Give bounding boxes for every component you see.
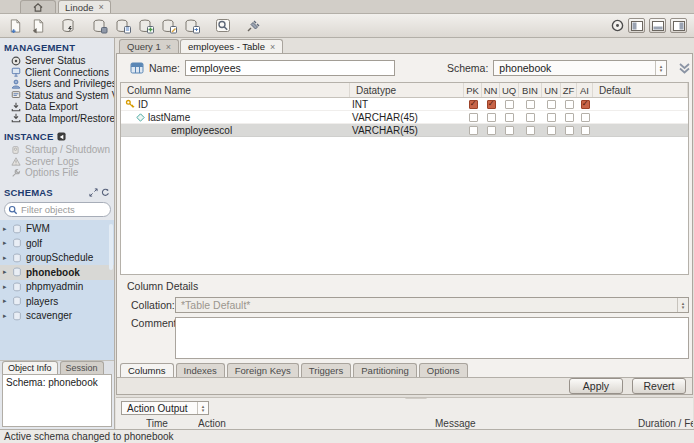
- column-row-employeescol[interactable]: employeescol VARCHAR(45): [121, 124, 688, 137]
- sidebar-item-startup-shutdown[interactable]: Startup / Shutdown: [0, 144, 114, 156]
- tab-options[interactable]: Options: [419, 363, 468, 377]
- checkbox-unchecked-icon[interactable]: [505, 100, 514, 109]
- database-column-icon[interactable]: [113, 17, 133, 35]
- apply-button[interactable]: Apply: [569, 378, 623, 394]
- header-nn[interactable]: NN: [482, 83, 500, 97]
- schema-select[interactable]: phonebook ▴▾: [493, 60, 667, 76]
- schema-item-fwm[interactable]: ▸ FWM: [0, 222, 114, 237]
- schema-filter-input[interactable]: [4, 202, 111, 217]
- schema-item-groupschedule[interactable]: ▸ groupSchedule: [0, 251, 114, 266]
- expander-icon[interactable]: ▸: [3, 239, 11, 247]
- collapse-editor-icon[interactable]: [677, 62, 692, 75]
- database-plus-icon[interactable]: [136, 17, 156, 35]
- tab-indexes[interactable]: Indexes: [176, 363, 225, 377]
- new-sql-tab-icon[interactable]: [5, 17, 25, 35]
- header-ai[interactable]: AI: [577, 83, 593, 97]
- refresh-icon[interactable]: [101, 188, 110, 197]
- expander-icon[interactable]: ▸: [3, 283, 11, 291]
- checkbox-unchecked-icon[interactable]: [565, 100, 574, 109]
- header-pk[interactable]: PK: [464, 83, 482, 97]
- toggle-right-panel-icon[interactable]: [670, 18, 687, 33]
- comment-textarea[interactable]: [175, 317, 689, 359]
- expand-panel-icon[interactable]: [89, 188, 98, 197]
- tab-session[interactable]: Session: [60, 361, 104, 374]
- checkbox-unchecked-icon[interactable]: [581, 113, 590, 122]
- schema-item-scavenger[interactable]: ▸ scavenger: [0, 309, 114, 324]
- home-tab[interactable]: [20, 0, 56, 13]
- checkbox-unchecked-icon[interactable]: [526, 126, 535, 135]
- checkbox-unchecked-icon[interactable]: [565, 126, 574, 135]
- open-sql-script-icon[interactable]: [28, 17, 48, 35]
- checkbox-unchecked-icon[interactable]: [487, 126, 496, 135]
- checkbox-unchecked-icon[interactable]: [581, 126, 590, 135]
- tab-partitioning[interactable]: Partitioning: [353, 363, 417, 377]
- checkbox-unchecked-icon[interactable]: [505, 126, 514, 135]
- close-icon[interactable]: ×: [99, 2, 104, 12]
- column-datatype[interactable]: VARCHAR(45): [350, 112, 464, 123]
- stepper-icon[interactable]: ▴▾: [197, 402, 208, 414]
- tab-query-1[interactable]: Query 1×: [119, 39, 179, 53]
- header-default[interactable]: Default: [593, 83, 688, 97]
- sidebar-item-data-export[interactable]: Data Export: [0, 101, 114, 113]
- table-name-input[interactable]: [185, 60, 395, 76]
- checkbox-checked-icon[interactable]: ✓: [469, 100, 478, 109]
- close-icon[interactable]: ×: [166, 42, 171, 52]
- schema-item-phpmyadmin[interactable]: ▸ phpmyadmin: [0, 280, 114, 295]
- sidebar-item-server-status[interactable]: Server Status: [0, 55, 114, 67]
- checkbox-unchecked-icon[interactable]: [469, 126, 478, 135]
- tab-employees-table[interactable]: employees - Table×: [180, 39, 283, 53]
- checkbox-unchecked-icon[interactable]: [526, 100, 535, 109]
- database-bolt-icon[interactable]: [59, 17, 79, 35]
- expander-icon[interactable]: ▸: [3, 297, 11, 305]
- checkbox-unchecked-icon[interactable]: [469, 113, 478, 122]
- output-header-duration[interactable]: Duration / Fetch: [638, 418, 693, 429]
- output-header-action[interactable]: Action: [198, 418, 435, 429]
- stepper-icon[interactable]: ▴▾: [677, 298, 688, 312]
- header-bin[interactable]: BIN: [519, 83, 542, 97]
- sidebar-item-data-import[interactable]: Data Import/Restore: [0, 113, 114, 125]
- database-edit-icon[interactable]: [159, 17, 179, 35]
- expander-icon[interactable]: ▸: [3, 225, 11, 233]
- schema-item-players[interactable]: ▸ players: [0, 294, 114, 309]
- header-zf[interactable]: ZF: [561, 83, 577, 97]
- expander-icon[interactable]: ▸: [3, 254, 11, 262]
- sidebar-item-status-system-variables[interactable]: Status and System Variables: [0, 90, 114, 102]
- sidebar-item-options-file[interactable]: Options File: [0, 167, 114, 179]
- checkbox-checked-icon[interactable]: ✓: [581, 100, 590, 109]
- output-header-time[interactable]: Time: [146, 418, 198, 429]
- revert-button[interactable]: Revert: [632, 378, 686, 394]
- header-un[interactable]: UN: [542, 83, 561, 97]
- expander-icon[interactable]: ▸: [3, 268, 11, 276]
- checkbox-unchecked-icon[interactable]: [547, 100, 556, 109]
- tab-foreign-keys[interactable]: Foreign Keys: [227, 363, 299, 377]
- checkbox-unchecked-icon[interactable]: [547, 113, 556, 122]
- close-icon[interactable]: ×: [270, 42, 275, 52]
- reconnect-plug-icon[interactable]: [244, 17, 264, 35]
- tree-scrollbar[interactable]: [109, 224, 113, 270]
- checkbox-unchecked-icon[interactable]: [526, 113, 535, 122]
- sidebar-item-client-connections[interactable]: Client Connections: [0, 67, 114, 79]
- checkbox-checked-icon[interactable]: ✓: [487, 100, 496, 109]
- output-selector[interactable]: Action Output ▴▾: [121, 401, 209, 415]
- checkbox-unchecked-icon[interactable]: [505, 113, 514, 122]
- stepper-icon[interactable]: ▴▾: [655, 61, 666, 75]
- checkbox-unchecked-icon[interactable]: [547, 126, 556, 135]
- schema-item-phonebook[interactable]: ▸ phonebook: [0, 265, 114, 280]
- toggle-bottom-panel-icon[interactable]: [649, 18, 666, 33]
- grid-empty-area[interactable]: [121, 137, 688, 274]
- checkbox-unchecked-icon[interactable]: [565, 113, 574, 122]
- search-table-data-icon[interactable]: [213, 17, 233, 35]
- database-arrow-icon[interactable]: [182, 17, 202, 35]
- sidebar-item-server-logs[interactable]: Server Logs: [0, 156, 114, 168]
- toggle-left-panel-icon[interactable]: [628, 18, 645, 33]
- schema-item-golf[interactable]: ▸ golf: [0, 236, 114, 251]
- header-uq[interactable]: UQ: [500, 83, 519, 97]
- tab-triggers[interactable]: Triggers: [301, 363, 352, 377]
- output-header-message[interactable]: Message: [435, 418, 638, 429]
- column-row-lastname[interactable]: lastName VARCHAR(45): [121, 111, 688, 124]
- column-row-id[interactable]: ID INT ✓✓✓: [121, 98, 688, 111]
- header-datatype[interactable]: Datatype: [350, 83, 464, 97]
- tab-columns[interactable]: Columns: [120, 363, 174, 377]
- expander-icon[interactable]: ▸: [3, 312, 11, 320]
- tab-object-info[interactable]: Object Info: [2, 361, 58, 374]
